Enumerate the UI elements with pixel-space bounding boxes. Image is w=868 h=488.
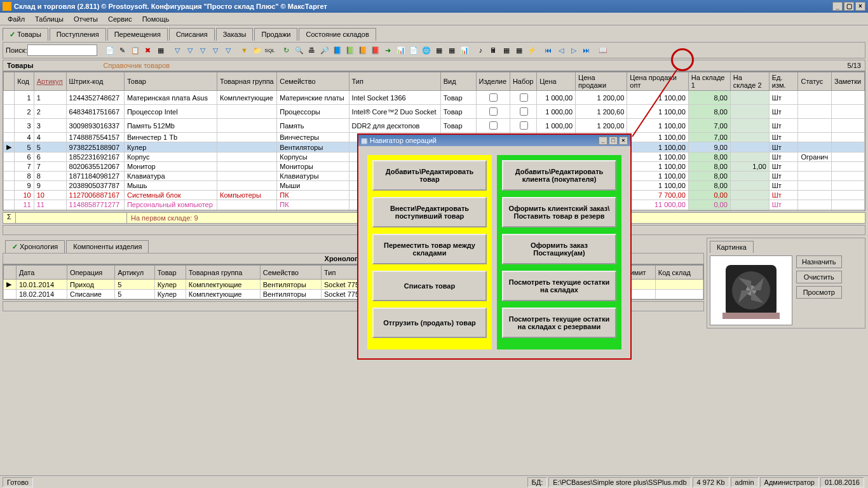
col-type[interactable]: Тип — [349, 72, 440, 91]
nav-right-btn-0[interactable]: Добавить\Редактировать клиента (покупате… — [502, 160, 616, 191]
col-sale_price[interactable]: Цена продажи — [576, 72, 627, 91]
chron-col-date[interactable]: Дата — [17, 266, 67, 280]
col-tovar[interactable]: Товар — [124, 72, 217, 91]
table1-icon[interactable]: ▦ — [501, 44, 512, 56]
minimize-button[interactable]: _ — [832, 2, 843, 11]
col-[interactable] — [4, 72, 15, 91]
col-izdelie[interactable]: Изделие — [476, 72, 510, 91]
tab-Заказы[interactable]: Заказы — [216, 28, 254, 41]
tab-picture[interactable]: Картинка — [710, 241, 754, 253]
col-group[interactable]: Товарная группа — [217, 72, 277, 91]
menu-reports[interactable]: Отчеты — [69, 14, 103, 24]
chron-col-family[interactable]: Семейство — [260, 266, 321, 280]
nav-right-btn-1[interactable]: Оформить клиентский заказ\ Поставить тов… — [502, 197, 616, 227]
table2-icon[interactable]: ▦ — [513, 44, 525, 56]
bottom-tab-0[interactable]: ✓Хронология — [5, 240, 65, 253]
table-row[interactable]: 111244352748627Материнская плата AsusКом… — [4, 91, 865, 105]
col-nabor[interactable]: Набор — [510, 72, 536, 91]
nav-left-btn-2[interactable]: Переместить товар между складами — [372, 234, 487, 264]
grid2-icon[interactable]: ▦ — [446, 44, 458, 56]
col-kod[interactable]: Код — [15, 72, 34, 91]
col-unit[interactable]: Ед. изм. — [769, 72, 798, 91]
chron-col-group[interactable]: Товарная группа — [186, 266, 260, 280]
chron-col-op[interactable]: Операция — [67, 266, 114, 280]
edit-icon[interactable]: ✎ — [117, 44, 128, 56]
tab-Продажи[interactable]: Продажи — [254, 28, 297, 41]
nav-right-btn-2[interactable]: Оформить заказ Постащику(ам) — [502, 234, 616, 264]
nav-close[interactable]: × — [619, 137, 628, 145]
filter3-icon[interactable]: ▽ — [197, 44, 208, 56]
menu-help[interactable]: Помощь — [137, 14, 175, 24]
word-icon[interactable]: 📄 — [408, 44, 419, 56]
first-icon[interactable]: ⏮ — [543, 44, 554, 56]
nav-left-btn-0[interactable]: Добавить\Редактировать товар — [372, 160, 487, 191]
tab-Товары[interactable]: ✓Товары — [3, 28, 48, 41]
col-status[interactable]: Статус — [798, 72, 832, 91]
col-notes[interactable]: Заметки — [832, 72, 865, 91]
tab-Состояние складов[interactable]: Состояние складов — [299, 28, 376, 41]
nav-right-btn-4[interactable]: Посмотреть текущие остатки на складах с … — [502, 308, 616, 331]
maximize-button[interactable]: ▢ — [844, 2, 854, 11]
menu-file[interactable]: Файл — [3, 14, 30, 24]
bottom-tab-1[interactable]: Компоненты изделия — [66, 240, 149, 253]
new-icon[interactable]: 📄 — [104, 44, 116, 56]
table-row[interactable]: 226483481751667Процессор IntelПроцессоры… — [4, 105, 865, 119]
menu-service[interactable]: Сервис — [103, 14, 137, 24]
delete-icon[interactable]: ✖ — [142, 44, 154, 56]
nav-right-btn-3[interactable]: Посмотреть текущие остатки на складах — [502, 271, 616, 301]
sql-icon[interactable]: SQL — [264, 44, 276, 56]
view-button[interactable]: Просмотр — [796, 286, 842, 299]
nav-minimize[interactable]: _ — [599, 137, 607, 145]
form-icon[interactable]: ▦ — [155, 44, 166, 56]
filter4-icon[interactable]: ▽ — [210, 44, 221, 56]
tab-Перемещения[interactable]: Перемещения — [107, 28, 168, 41]
col-price[interactable]: Цена — [537, 72, 576, 91]
excel-icon[interactable]: 📊 — [395, 44, 407, 56]
funnel-icon[interactable]: ▼ — [239, 44, 250, 56]
nav-maximize[interactable]: □ — [609, 137, 618, 145]
chron-col-tovar[interactable]: Товар — [154, 266, 186, 280]
last-icon[interactable]: ⏭ — [581, 44, 592, 56]
menu-tables[interactable]: Таблицы — [30, 14, 69, 24]
tab-Списания[interactable]: Списания — [169, 28, 215, 41]
doc2-icon[interactable]: 📗 — [344, 44, 356, 56]
assign-button[interactable]: Назначить — [796, 255, 842, 268]
nav-titlebar[interactable]: ▦ Навигатор операций _ □ × — [358, 135, 630, 146]
filter5-icon[interactable]: ▽ — [222, 44, 234, 56]
doc1-icon[interactable]: 📘 — [332, 44, 343, 56]
nav-left-btn-1[interactable]: Внести\Редактировать поступивший товар — [372, 197, 487, 227]
chron-col-[interactable] — [4, 266, 17, 280]
col-stock1[interactable]: На складе 1 — [688, 72, 730, 91]
chart-icon[interactable]: 📊 — [459, 44, 470, 56]
chron-col-art[interactable]: Артикул — [115, 266, 154, 280]
col-barcode[interactable]: Штрих-код — [66, 72, 124, 91]
col-artikul[interactable]: Артикул — [34, 72, 66, 91]
tab-Поступления[interactable]: Поступления — [50, 28, 106, 41]
col-sale_price_opt[interactable]: Цена продажи опт — [627, 72, 688, 91]
grid1-icon[interactable]: ▦ — [433, 44, 445, 56]
prev-icon[interactable]: ◁ — [555, 44, 567, 56]
nav-left-btn-3[interactable]: Списать товар — [372, 271, 487, 301]
bolt-icon[interactable]: ⚡ — [526, 44, 538, 56]
nav-left-btn-4[interactable]: Отгрузить (продать) товар — [372, 308, 487, 331]
refresh-icon[interactable]: ↻ — [281, 44, 292, 56]
close-button[interactable]: × — [855, 2, 865, 11]
doc4-icon[interactable]: 📕 — [370, 44, 381, 56]
next-icon[interactable]: ▷ — [568, 44, 580, 56]
preview-icon[interactable]: 🔎 — [319, 44, 330, 56]
filter-icon[interactable]: ▽ — [172, 44, 183, 56]
print-icon[interactable]: 🖶 — [306, 44, 318, 56]
filter2-icon[interactable]: ▽ — [184, 44, 196, 56]
doc3-icon[interactable]: 📙 — [357, 44, 369, 56]
chron-col-skl[interactable]: Код склад — [655, 266, 703, 280]
col-stock2[interactable]: На складе 2 — [730, 72, 769, 91]
copy-icon[interactable]: 📋 — [130, 44, 141, 56]
calc-icon[interactable]: 🖩 — [488, 44, 499, 56]
music-icon[interactable]: ♪ — [475, 44, 487, 56]
col-vid[interactable]: Вид — [440, 72, 476, 91]
table-row[interactable]: 333009893016337Память 512MbПамятьDDR2 дл… — [4, 119, 865, 133]
book-icon[interactable]: 📖 — [597, 44, 609, 56]
html-icon[interactable]: 🌐 — [421, 44, 432, 56]
search-input[interactable] — [27, 44, 97, 56]
arrow-icon[interactable]: ➜ — [383, 44, 394, 56]
